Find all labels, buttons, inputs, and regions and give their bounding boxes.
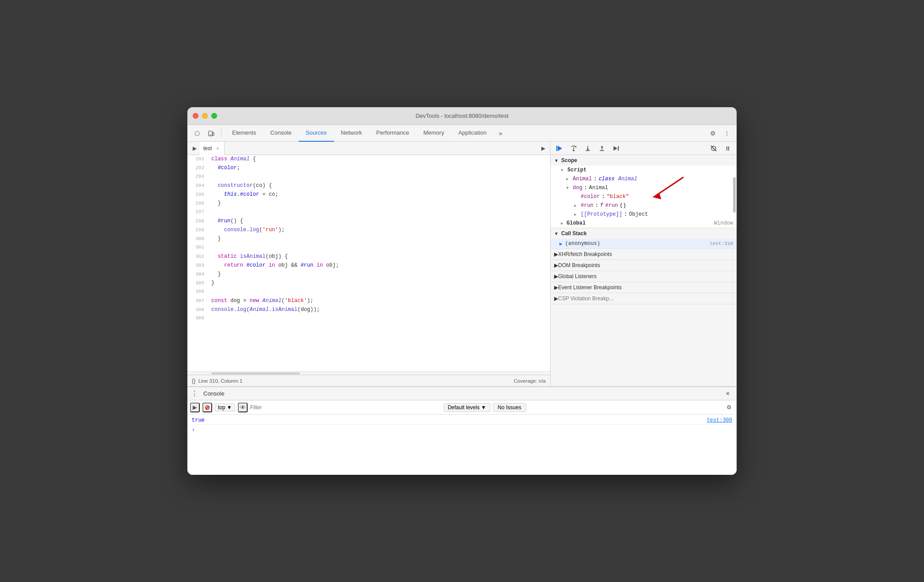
code-line-298: 298 #run() { xyxy=(187,217,550,226)
global-listeners-header[interactable]: ▶ Global Listeners xyxy=(551,271,737,282)
call-stack-location: test:310 xyxy=(710,241,733,246)
console-eye-button[interactable]: 👁 xyxy=(238,403,248,412)
scope-global-value: Window xyxy=(714,220,733,226)
svg-marker-12 xyxy=(601,146,603,147)
tab-elements[interactable]: Elements xyxy=(225,125,263,142)
titlebar: DevTools - localhost:8080/demo/test xyxy=(187,107,737,125)
step-button[interactable] xyxy=(611,143,621,154)
csp-header[interactable]: ▶ CSP Violation Breakp... xyxy=(551,293,737,304)
console-close-button[interactable]: × xyxy=(722,388,733,399)
inspect-element-button[interactable]: ⬡ xyxy=(191,127,203,140)
new-tab-button[interactable]: ▶ xyxy=(189,143,200,154)
call-stack-header[interactable]: ▼ Call Stack xyxy=(551,228,737,239)
format-button[interactable]: {} xyxy=(192,377,196,384)
execute-script-button[interactable]: ▶ xyxy=(538,143,548,154)
scope-dog-color[interactable]: #color : "black" xyxy=(551,192,737,201)
event-listener-label: Event Listener Breakpoints xyxy=(558,284,621,291)
pause-on-exceptions-button[interactable]: ⏸ xyxy=(722,143,733,154)
event-listener-header[interactable]: ▶ Event Listener Breakpoints xyxy=(551,282,737,293)
default-levels-dropdown[interactable]: Default levels ▼ xyxy=(444,403,490,412)
device-toolbar-button[interactable] xyxy=(205,127,217,140)
close-button[interactable] xyxy=(193,113,198,119)
csp-section: ▶ CSP Violation Breakp... xyxy=(551,293,737,304)
toolbar-right: ⚙ ⋮ xyxy=(707,127,733,140)
svg-marker-14 xyxy=(613,146,617,151)
scope-script-header[interactable]: ▼ Script xyxy=(551,166,737,175)
scope-dog-run[interactable]: ▶ #run : f #run () xyxy=(551,201,737,210)
resume-button[interactable] xyxy=(554,143,565,154)
coverage-info: Coverage: n/a xyxy=(514,378,546,384)
console-output-location[interactable]: test:308 xyxy=(707,417,732,423)
status-left: {} Line 310, Column 1 xyxy=(192,377,242,384)
scope-dog-proto[interactable]: ▶ [[Prototype]] : Object xyxy=(551,210,737,219)
step-over-button[interactable] xyxy=(568,143,579,154)
tab-memory[interactable]: Memory xyxy=(416,125,451,142)
svg-rect-4 xyxy=(556,146,557,151)
code-editor: 291 class Animal { 292 #color; 293 xyxy=(187,155,550,375)
tab-sources[interactable]: Sources xyxy=(299,125,334,142)
console-dots-menu[interactable]: ⋮ xyxy=(191,389,198,398)
code-line-294: 294 constructor(co) { xyxy=(187,182,550,190)
debugger-content[interactable]: ▼ Scope ▼ Script ▶ Animal : xyxy=(551,155,737,386)
scope-header[interactable]: ▼ Scope xyxy=(551,155,737,166)
step-out-button[interactable] xyxy=(597,143,607,154)
sources-tabs: ▶ test × ▶ xyxy=(187,142,550,155)
global-listeners-label: Global Listeners xyxy=(558,273,597,279)
tab-bar: ⬡ Elements Console Sources Network Perfo… xyxy=(187,125,737,142)
debugger-scrollbar[interactable] xyxy=(732,155,737,386)
active-frame-arrow: ▶ xyxy=(559,241,563,247)
cursor-position: Line 310, Column 1 xyxy=(198,378,243,384)
console-settings-button[interactable]: ⚙ xyxy=(724,403,734,412)
tab-application[interactable]: Application xyxy=(451,125,494,142)
top-selector-label: top xyxy=(218,404,225,411)
more-tabs-button[interactable]: » xyxy=(495,125,506,142)
code-line-293: 293 xyxy=(187,173,550,182)
code-line-302: 302 static isAnimal(obj) { xyxy=(187,252,550,261)
code-line-296: 296 } xyxy=(187,199,550,208)
scope-chevron: ▼ xyxy=(554,158,559,163)
code-line-306: 306 xyxy=(187,288,550,297)
svg-marker-7 xyxy=(572,150,575,151)
console-filter-input[interactable] xyxy=(250,404,441,411)
scope-global[interactable]: ▶ Global Window xyxy=(551,219,737,228)
top-context-selector[interactable]: top ▼ xyxy=(215,404,235,411)
minimize-button[interactable] xyxy=(202,113,208,119)
no-issues-button[interactable]: No Issues xyxy=(493,403,526,412)
call-stack-section: ▼ Call Stack ▶ (anonymous) test:310 xyxy=(551,228,737,249)
tab-performance[interactable]: Performance xyxy=(369,125,416,142)
file-tab-test[interactable]: test × xyxy=(200,142,225,155)
event-listener-section: ▶ Event Listener Breakpoints xyxy=(551,282,737,293)
fullscreen-button[interactable] xyxy=(211,113,217,119)
code-content[interactable]: 291 class Animal { 292 #color; 293 xyxy=(187,155,550,371)
dom-breakpoints-header[interactable]: ▶ DOM Breakpoints xyxy=(551,260,737,271)
tab-console[interactable]: Console xyxy=(263,125,299,142)
debugger-toolbar: ⏸ xyxy=(551,142,737,155)
scope-global-label: Global xyxy=(567,220,586,226)
console-input-area[interactable] xyxy=(198,427,732,434)
console-clear-button[interactable]: ⊘ xyxy=(202,403,212,412)
code-line-309: 309 xyxy=(187,314,550,323)
console-output-line: true test:308 xyxy=(187,416,737,425)
traffic-lights xyxy=(193,113,217,119)
code-line-300: 300 } xyxy=(187,235,550,244)
file-tab-close[interactable]: × xyxy=(214,145,221,151)
deactivate-breakpoints-button[interactable] xyxy=(708,143,719,154)
main-content: ▶ test × ▶ 291 class Animal { xyxy=(187,142,737,386)
code-line-301: 301 xyxy=(187,244,550,252)
xhr-breakpoints-section: ▶ XHR/fetch Breakpoints xyxy=(551,249,737,260)
scope-animal[interactable]: ▶ Animal : class Animal xyxy=(551,175,737,183)
call-stack-anonymous[interactable]: ▶ (anonymous) test:310 xyxy=(551,239,737,248)
step-into-button[interactable] xyxy=(582,143,593,154)
call-stack-name: (anonymous) xyxy=(565,241,600,247)
scope-label: Scope xyxy=(561,157,577,163)
console-execute-button[interactable]: ▶ xyxy=(190,403,200,412)
tab-network[interactable]: Network xyxy=(334,125,369,142)
code-line-292: 292 #color; xyxy=(187,164,550,173)
xhr-breakpoints-header[interactable]: ▶ XHR/fetch Breakpoints xyxy=(551,249,737,260)
scope-script-label: Script xyxy=(567,167,586,173)
scope-dog[interactable]: ▼ dog : Animal xyxy=(551,183,737,192)
more-options-button[interactable]: ⋮ xyxy=(721,127,733,140)
settings-button[interactable]: ⚙ xyxy=(707,127,719,140)
file-tab-name: test xyxy=(203,145,212,151)
toolbar-divider xyxy=(221,129,221,138)
